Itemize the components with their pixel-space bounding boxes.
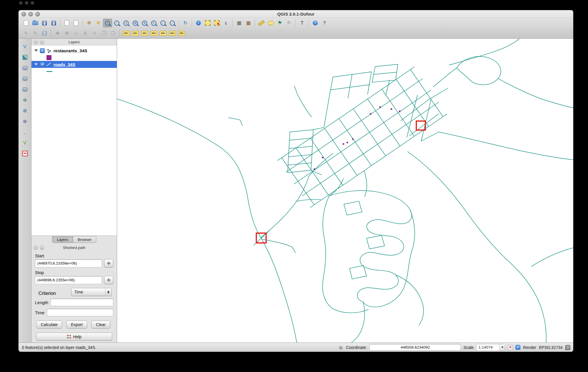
zoom-button[interactable] <box>35 12 40 16</box>
add-postgis-layer-icon <box>23 66 27 70</box>
pan-to-selection-button[interactable]: ✥ <box>94 19 103 27</box>
dropdown-arrow-icon[interactable] <box>500 344 505 351</box>
open-attribute-table-button[interactable]: ▦ <box>234 19 244 27</box>
measure-line-button[interactable] <box>257 19 266 27</box>
layer-row-restaurants_34S[interactable]: restaurants_34S <box>32 47 117 54</box>
remove-layer-button[interactable] <box>20 149 29 158</box>
move-feature-button[interactable]: ✥ <box>62 29 71 38</box>
render-checkbox[interactable] <box>515 345 520 350</box>
start-input[interactable] <box>35 259 102 267</box>
panel-float-icon[interactable] <box>40 245 44 250</box>
capture-stop-point-button[interactable]: ✛ <box>104 276 113 284</box>
refresh-map-button[interactable]: ↻ <box>181 19 190 27</box>
select-by-expression-button[interactable]: ε <box>221 19 231 27</box>
show-bookmarks-button[interactable]: ⚐ <box>284 19 294 27</box>
zoom-to-selection-button[interactable]: S <box>140 19 149 27</box>
zoom-native-button[interactable]: 1 <box>121 19 131 27</box>
map-canvas[interactable] <box>117 39 573 343</box>
whats-this-button[interactable]: ? <box>320 19 329 27</box>
node-tool-button[interactable]: ▱ <box>71 29 81 38</box>
text-annotation-button[interactable]: T <box>297 19 307 27</box>
open-project-button[interactable] <box>31 19 40 27</box>
new-bookmark-button[interactable]: ⚑ <box>275 19 284 27</box>
zoom-to-layer-button[interactable]: L <box>149 19 158 27</box>
deselect-features-button[interactable]: ✕ <box>212 19 221 27</box>
zoom-last-button[interactable]: ← <box>158 19 168 27</box>
help-contents-button[interactable]: ? <box>310 19 320 27</box>
help-button[interactable]: Help <box>36 333 112 341</box>
road-feature <box>311 130 313 170</box>
composer-manager-button[interactable] <box>71 19 81 27</box>
criterion-select[interactable]: Time <box>71 288 112 296</box>
rotate-label-button[interactable]: abc <box>168 29 177 38</box>
zoom-full-button[interactable]: ⊡ <box>131 19 140 27</box>
time-field[interactable] <box>47 309 113 316</box>
export-button[interactable]: Export <box>66 321 87 328</box>
coordinate-toggle-icon[interactable]: ◎ <box>338 345 343 350</box>
add-postgis-layer-button[interactable] <box>20 64 29 72</box>
expander-icon[interactable] <box>34 49 38 52</box>
tab-browser[interactable]: Browser <box>73 236 97 243</box>
new-shapefile-layer-button[interactable]: V <box>20 138 29 147</box>
coordinate-input[interactable] <box>369 344 461 351</box>
pin-labels-button[interactable]: abc <box>131 29 140 38</box>
close-button[interactable] <box>21 12 26 16</box>
layer-row-roads_34S[interactable]: roads_34S <box>32 61 117 68</box>
add-spatialite-layer-button[interactable] <box>20 74 29 83</box>
new-composer-button[interactable] <box>62 19 71 27</box>
layer-tree[interactable]: restaurants_34Sroads_34S <box>32 45 117 236</box>
panel-close-icon[interactable] <box>34 245 38 250</box>
add-delimited-text-layer-button[interactable]: , <box>20 128 29 136</box>
identify-features-button[interactable]: i <box>194 19 203 27</box>
stop-render-icon[interactable]: ✕ <box>508 345 513 350</box>
add-wcs-layer-button[interactable]: ⊕ <box>20 106 29 115</box>
new-project-button[interactable] <box>21 19 31 27</box>
zoom-in-button[interactable]: + <box>103 19 112 27</box>
restaurant-point <box>322 157 323 158</box>
clear-button[interactable]: Clear <box>91 321 110 328</box>
copy-features-button[interactable]: ❐ <box>99 29 108 38</box>
map-tips-button[interactable] <box>266 19 275 27</box>
add-wfs-layer-button[interactable]: ⊕ <box>20 117 29 126</box>
add-raster-layer-button[interactable] <box>20 53 29 62</box>
save-layer-edits-button[interactable] <box>40 29 49 38</box>
pan-map-button[interactable]: ✥ <box>84 19 94 27</box>
add-feature-button[interactable]: ✚ <box>53 29 62 38</box>
current-edits-button[interactable]: ✎ <box>21 29 31 38</box>
scale-combo[interactable]: 1:14074 <box>476 344 505 351</box>
paste-features-button[interactable]: ❒ <box>108 29 118 38</box>
zoom-out-button[interactable]: − <box>112 19 121 27</box>
panel-close-icon[interactable] <box>34 40 38 44</box>
crs-status-icon[interactable]: ◎ <box>565 345 570 350</box>
add-wms-layer-button[interactable]: ⊕ <box>20 96 29 104</box>
layer-visibility-checkbox[interactable] <box>40 62 45 67</box>
capture-start-point-button[interactable]: ✛ <box>104 259 113 267</box>
add-mssql-layer-button[interactable] <box>20 85 29 94</box>
save-project-as-button[interactable] <box>49 19 58 27</box>
cut-features-button[interactable]: ✂ <box>90 29 99 38</box>
save-project-button[interactable] <box>40 19 49 27</box>
move-label-button[interactable]: abc <box>158 29 168 38</box>
titlebar[interactable]: QGIS 2.0.1-Dufour <box>19 10 573 18</box>
length-field[interactable] <box>51 299 113 306</box>
select-features-button[interactable] <box>203 19 212 27</box>
field-calculator-button[interactable]: ▦ <box>244 19 253 27</box>
panel-float-icon[interactable] <box>40 40 44 44</box>
show-hide-labels-button[interactable]: abc <box>149 29 158 38</box>
delete-selected-button[interactable]: ✗ <box>81 29 90 38</box>
tab-layers[interactable]: Layers <box>52 236 73 243</box>
minimize-button[interactable] <box>28 12 33 16</box>
highlight-pinned-labels-icon: abc <box>141 31 148 36</box>
change-label-properties-button[interactable]: abc <box>177 29 186 38</box>
time-label: Time <box>35 310 45 315</box>
labeling-button[interactable]: abc <box>121 29 131 38</box>
highlight-pinned-labels-button[interactable]: abc <box>140 29 149 38</box>
toggle-editing-button[interactable]: ✎ <box>31 29 40 38</box>
calculate-button[interactable]: Calculate <box>36 321 62 328</box>
add-vector-layer-button[interactable]: V <box>20 42 29 51</box>
layer-visibility-checkbox[interactable] <box>40 48 45 53</box>
zoom-next-button[interactable]: → <box>168 19 177 27</box>
new-project-icon <box>24 20 28 26</box>
expander-icon[interactable] <box>34 63 38 66</box>
stop-input[interactable] <box>35 276 102 284</box>
